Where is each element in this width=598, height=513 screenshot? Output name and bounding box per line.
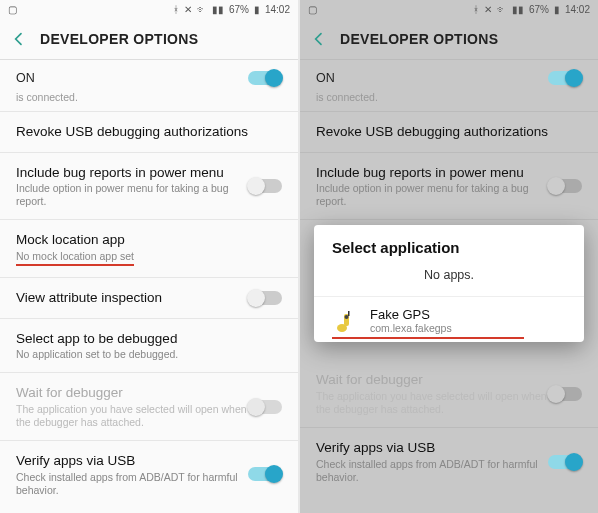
clock: 14:02 xyxy=(265,4,290,15)
svg-rect-3 xyxy=(348,311,350,316)
mute-icon: ✕ xyxy=(484,4,492,15)
row-wait-debugger: Wait for debugger The application you ha… xyxy=(300,360,598,428)
fake-gps-icon xyxy=(332,308,358,334)
connected-text: is connected. xyxy=(300,91,598,112)
toggle-bug-reports xyxy=(548,179,582,193)
row-select-debug-app[interactable]: Select app to be debugged No application… xyxy=(0,319,298,374)
clock: 14:02 xyxy=(565,4,590,15)
row-verify-usb: Verify apps via USB Check installed apps… xyxy=(300,428,598,495)
app-indicator-icon: ▢ xyxy=(8,4,17,15)
page-title: DEVELOPER OPTIONS xyxy=(340,31,498,47)
highlight-underline xyxy=(332,337,524,339)
row-wait-debugger: Wait for debugger The application you ha… xyxy=(0,373,298,441)
signal-icon: ▮▮ xyxy=(512,4,524,15)
row-view-attribute[interactable]: View attribute inspection xyxy=(0,278,298,319)
wifi-icon: ᯤ xyxy=(197,4,207,15)
screen-left: ▢ ᚼ ✕ ᯤ ▮▮ 67% ▮ 14:02 DEVELOPER OPTIONS… xyxy=(0,0,298,513)
dialog-app-item[interactable]: Fake GPS com.lexa.fakegps xyxy=(314,297,584,342)
dialog-title: Select application xyxy=(314,225,584,262)
status-bar: ▢ ᚼ ✕ ᯤ ▮▮ 67% ▮ 14:02 xyxy=(0,0,298,18)
connected-text: is connected. xyxy=(0,91,298,112)
bluetooth-icon: ᚼ xyxy=(173,4,179,15)
toggle-master xyxy=(548,71,582,85)
row-bug-reports[interactable]: Include bug reports in power menu Includ… xyxy=(0,153,298,221)
wifi-icon: ᯤ xyxy=(497,4,507,15)
toggle-wait-debugger xyxy=(248,400,282,414)
app-header: DEVELOPER OPTIONS xyxy=(0,18,298,60)
bluetooth-icon: ᚼ xyxy=(473,4,479,15)
row-verify-usb[interactable]: Verify apps via USB Check installed apps… xyxy=(0,441,298,508)
app-indicator-icon: ▢ xyxy=(308,4,317,15)
app-header: DEVELOPER OPTIONS xyxy=(300,18,598,60)
row-bug-reports: Include bug reports in power menu Includ… xyxy=(300,153,598,221)
row-master-toggle: ON xyxy=(300,60,598,91)
dialog-no-apps[interactable]: No apps. xyxy=(314,262,584,297)
on-label: ON xyxy=(16,71,248,85)
toggle-view-attr[interactable] xyxy=(248,291,282,305)
app-package: com.lexa.fakegps xyxy=(370,322,566,334)
row-revoke-usb: Revoke USB debugging authorizations xyxy=(300,112,598,153)
app-name: Fake GPS xyxy=(370,307,566,322)
svg-point-2 xyxy=(345,315,349,319)
toggle-master[interactable] xyxy=(248,71,282,85)
toggle-verify-usb xyxy=(548,455,582,469)
select-application-dialog: Select application No apps. Fake GPS com… xyxy=(314,225,584,342)
toggle-wait-debugger xyxy=(548,387,582,401)
back-icon[interactable] xyxy=(310,30,328,48)
battery-icon: ▮ xyxy=(554,4,560,15)
row-mock-location[interactable]: Mock location app No mock location app s… xyxy=(0,220,298,278)
mute-icon: ✕ xyxy=(184,4,192,15)
row-revoke-usb[interactable]: Revoke USB debugging authorizations xyxy=(0,112,298,153)
row-master-toggle[interactable]: ON xyxy=(0,60,298,91)
signal-icon: ▮▮ xyxy=(212,4,224,15)
battery-percent: 67% xyxy=(229,4,249,15)
status-bar: ▢ ᚼ ✕ ᯤ ▮▮ 67% ▮ 14:02 xyxy=(300,0,598,18)
back-icon[interactable] xyxy=(10,30,28,48)
battery-percent: 67% xyxy=(529,4,549,15)
battery-icon: ▮ xyxy=(254,4,260,15)
toggle-verify-usb[interactable] xyxy=(248,467,282,481)
page-title: DEVELOPER OPTIONS xyxy=(40,31,198,47)
screen-right: ▢ ᚼ ✕ ᯤ ▮▮ 67% ▮ 14:02 DEVELOPER OPTIONS… xyxy=(300,0,598,513)
toggle-bug-reports[interactable] xyxy=(248,179,282,193)
on-label: ON xyxy=(316,71,548,85)
